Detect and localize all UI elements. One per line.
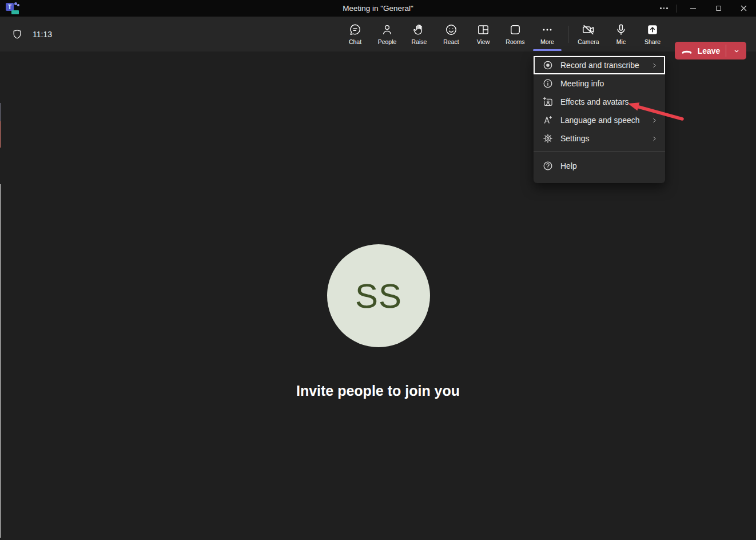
raise-hand-button[interactable]: Raise <box>403 17 435 51</box>
mic-icon <box>614 23 628 37</box>
rooms-icon <box>508 23 522 37</box>
minimize-icon <box>690 8 696 9</box>
chevron-down-icon <box>733 47 741 55</box>
menu-item-record-and-transcribe[interactable]: Record and transcribe <box>534 56 665 74</box>
maximize-icon <box>716 6 721 11</box>
people-button[interactable]: People <box>371 17 403 51</box>
minimize-button[interactable] <box>681 0 706 17</box>
rooms-button[interactable]: Rooms <box>499 17 531 51</box>
raise-hand-icon <box>412 23 426 37</box>
share-button[interactable]: Share <box>636 17 669 51</box>
close-button[interactable] <box>731 0 756 17</box>
menu-item-help[interactable]: Help <box>534 156 665 176</box>
phone-hangup-icon <box>681 46 693 55</box>
view-label: View <box>477 38 490 45</box>
more-label: More <box>540 38 554 45</box>
help-icon <box>542 160 554 172</box>
share-icon <box>646 23 659 37</box>
window-title: Meeting in "General" <box>0 0 756 17</box>
more-button[interactable]: More <box>531 17 563 51</box>
security-shield-icon <box>11 28 23 41</box>
chevron-right-icon <box>651 135 658 142</box>
react-smiley-icon <box>444 23 458 37</box>
mic-button[interactable]: Mic <box>605 17 637 51</box>
maximize-button[interactable] <box>706 0 731 17</box>
leave-label: Leave <box>698 46 721 55</box>
chat-button[interactable]: Chat <box>339 17 371 51</box>
meeting-timer: 11:13 <box>33 30 52 39</box>
menu-item-language-and-speech[interactable]: Language and speech <box>534 111 665 129</box>
menu-item-settings[interactable]: Settings <box>534 129 665 148</box>
share-label: Share <box>644 38 660 45</box>
chevron-right-icon <box>651 62 658 69</box>
titlebar-separator <box>677 5 677 13</box>
avatar-initials: SS <box>355 276 402 316</box>
avatar: SS <box>327 244 430 347</box>
more-menu: Record and transcribe Meeting info <box>534 55 665 183</box>
people-label: People <box>378 38 397 45</box>
menu-item-effects-and-avatars[interactable]: Effects and avatars <box>534 93 665 111</box>
settings-gear-icon <box>542 133 554 144</box>
menu-item-meeting-info[interactable]: Meeting info <box>534 74 665 93</box>
camera-label: Camera <box>578 38 599 45</box>
camera-off-icon <box>582 23 595 37</box>
titlebar: T Meeting in "General" <box>0 0 756 17</box>
mic-label: Mic <box>616 38 626 45</box>
react-label: React <box>443 38 459 45</box>
leave-options-button[interactable] <box>726 42 746 59</box>
background-window-sliver <box>0 103 1 121</box>
rooms-label: Rooms <box>506 38 524 45</box>
info-icon <box>542 78 554 89</box>
chat-icon <box>348 23 362 37</box>
meeting-toolbar: 11:13 Chat People Ra <box>0 17 756 51</box>
view-button[interactable]: View <box>467 17 499 51</box>
react-button[interactable]: React <box>435 17 467 51</box>
raise-label: Raise <box>412 38 427 45</box>
menu-divider <box>534 151 665 152</box>
more-ellipsis-icon <box>540 23 554 37</box>
view-grid-icon <box>476 23 490 37</box>
toolbar-separator <box>568 26 568 43</box>
leave-button[interactable]: Leave <box>675 42 746 59</box>
close-icon <box>741 5 747 11</box>
teams-meeting-window: T Meeting in "General" 11:13 <box>0 0 756 540</box>
language-icon <box>542 114 554 126</box>
background-window-sliver <box>0 184 1 538</box>
leave-main[interactable]: Leave <box>675 42 726 59</box>
window-controls <box>652 0 756 17</box>
record-icon <box>542 59 554 71</box>
camera-button[interactable]: Camera <box>572 17 604 51</box>
invite-text: Invite people to join you <box>0 383 756 399</box>
people-icon <box>380 23 394 37</box>
titlebar-more-icon[interactable] <box>652 0 675 17</box>
chat-label: Chat <box>349 38 361 45</box>
effects-avatars-icon <box>542 96 554 108</box>
chevron-right-icon <box>651 117 658 124</box>
background-window-sliver <box>0 121 1 148</box>
